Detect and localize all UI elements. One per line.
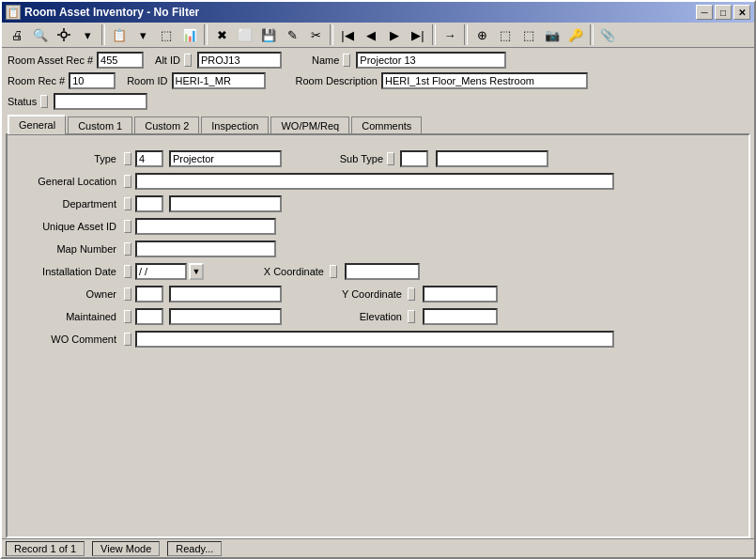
delete-button[interactable]: ✖ bbox=[210, 24, 233, 45]
room-id-input[interactable] bbox=[172, 72, 266, 89]
maximize-button[interactable]: □ bbox=[715, 5, 732, 20]
map-number-input[interactable] bbox=[135, 241, 276, 257]
general-location-text[interactable] bbox=[139, 176, 610, 187]
room-asset-rec-field[interactable] bbox=[100, 54, 142, 66]
dropdown2[interactable]: ▾ bbox=[131, 24, 154, 45]
alt-id-input[interactable] bbox=[197, 52, 282, 69]
key-button[interactable]: 🔑 bbox=[564, 24, 587, 45]
map-number-text[interactable] bbox=[139, 243, 272, 255]
nav-button[interactable]: → bbox=[439, 24, 461, 45]
last-button[interactable]: ▶| bbox=[407, 24, 429, 45]
unique-asset-indicator[interactable] bbox=[124, 220, 131, 233]
y-coord-input[interactable] bbox=[423, 286, 498, 303]
grid-button[interactable]: ⬚ bbox=[155, 24, 177, 45]
unique-asset-input[interactable] bbox=[135, 218, 276, 235]
name-field[interactable] bbox=[360, 54, 502, 66]
map-number-indicator[interactable] bbox=[124, 242, 131, 256]
elevation-indicator[interactable] bbox=[408, 310, 415, 323]
x-coord-indicator[interactable] bbox=[330, 265, 337, 278]
maintained-indicator[interactable] bbox=[124, 310, 131, 323]
status-input[interactable] bbox=[54, 93, 147, 110]
clear-button[interactable]: ⬜ bbox=[234, 24, 256, 45]
maintained-num-input[interactable] bbox=[135, 308, 163, 325]
owner-indicator[interactable] bbox=[124, 287, 131, 301]
subtype-num-field[interactable] bbox=[404, 153, 426, 164]
owner-text-field[interactable] bbox=[173, 288, 280, 300]
status-field[interactable] bbox=[57, 96, 146, 107]
room-asset-rec-input[interactable] bbox=[97, 52, 144, 69]
type-text-field[interactable] bbox=[173, 153, 280, 164]
subtype-indicator[interactable] bbox=[387, 152, 394, 165]
subtype-text-field[interactable] bbox=[440, 153, 547, 164]
elevation-input[interactable] bbox=[423, 308, 498, 325]
type-num-input[interactable] bbox=[135, 150, 163, 167]
owner-num-field[interactable] bbox=[139, 288, 162, 300]
maintained-text-input[interactable] bbox=[169, 308, 282, 325]
grid3-button[interactable]: ⬚ bbox=[517, 24, 540, 45]
general-location-indicator[interactable] bbox=[124, 175, 131, 188]
owner-num-input[interactable] bbox=[135, 286, 163, 303]
view-button[interactable]: 📋 bbox=[108, 24, 131, 45]
room-rec-field[interactable] bbox=[72, 75, 114, 86]
close-button[interactable]: ✕ bbox=[733, 5, 750, 20]
status-indicator[interactable] bbox=[40, 95, 48, 108]
filter-dropdown[interactable]: ▾ bbox=[76, 24, 99, 45]
tab-wo-pm-req[interactable]: WO/PM/Req bbox=[270, 116, 349, 134]
alt-id-field[interactable] bbox=[201, 54, 280, 66]
department-num-input[interactable] bbox=[135, 195, 163, 212]
install-date-text[interactable] bbox=[139, 266, 185, 277]
attach-button[interactable]: 📎 bbox=[596, 24, 619, 45]
prev-button[interactable]: ◀ bbox=[360, 24, 382, 45]
dept-num-field[interactable] bbox=[139, 198, 162, 210]
search-button[interactable]: 🔍 bbox=[29, 24, 52, 45]
elevation-text[interactable] bbox=[426, 311, 496, 322]
x-coord-input[interactable] bbox=[345, 263, 420, 280]
tools-button[interactable] bbox=[53, 24, 75, 45]
wo-comment-indicator[interactable] bbox=[124, 333, 131, 346]
owner-text-input[interactable] bbox=[169, 286, 282, 303]
alt-id-indicator[interactable] bbox=[184, 54, 192, 67]
tab-inspection[interactable]: Inspection bbox=[201, 116, 269, 134]
dept-text-field[interactable] bbox=[173, 198, 280, 210]
type-text-input[interactable] bbox=[169, 150, 282, 167]
name-indicator[interactable] bbox=[343, 54, 350, 67]
room-desc-field[interactable] bbox=[385, 75, 584, 86]
room-id-field[interactable] bbox=[176, 75, 264, 86]
edit-button[interactable]: ✎ bbox=[281, 24, 303, 45]
icon1-button[interactable]: ⊕ bbox=[471, 24, 493, 45]
first-button[interactable]: |◀ bbox=[336, 24, 359, 45]
next-button[interactable]: ▶ bbox=[383, 24, 406, 45]
report-button[interactable]: 📊 bbox=[178, 24, 201, 45]
wo-comment-input[interactable] bbox=[135, 331, 614, 348]
tab-general[interactable]: General bbox=[8, 115, 66, 134]
install-date-dropdown[interactable]: ▼ bbox=[189, 263, 204, 280]
wo-comment-text[interactable] bbox=[139, 334, 610, 345]
grid2-button[interactable]: ⬚ bbox=[494, 24, 517, 45]
y-coord-text[interactable] bbox=[426, 288, 496, 300]
photo-button[interactable]: 📷 bbox=[541, 24, 563, 45]
general-location-input[interactable] bbox=[135, 173, 614, 190]
subtype-text-input[interactable] bbox=[436, 150, 548, 167]
room-desc-input[interactable] bbox=[381, 72, 588, 89]
department-text-input[interactable] bbox=[169, 195, 282, 212]
minimize-button[interactable]: ─ bbox=[696, 5, 713, 20]
save-button[interactable]: 💾 bbox=[257, 24, 280, 45]
maintained-text-field[interactable] bbox=[173, 311, 280, 322]
tab-comments[interactable]: Comments bbox=[351, 116, 422, 134]
room-rec-input[interactable] bbox=[69, 72, 116, 89]
subtype-num-input[interactable] bbox=[400, 150, 428, 167]
y-coord-indicator[interactable] bbox=[408, 287, 415, 301]
type-num-field[interactable] bbox=[139, 153, 162, 164]
maintained-num-field[interactable] bbox=[139, 311, 162, 322]
tab-custom1[interactable]: Custom 1 bbox=[68, 116, 132, 134]
unique-asset-text[interactable] bbox=[139, 221, 272, 232]
cut-button[interactable]: ✂ bbox=[304, 24, 327, 45]
tab-custom2[interactable]: Custom 2 bbox=[134, 116, 199, 134]
department-indicator[interactable] bbox=[124, 197, 131, 210]
x-coord-text[interactable] bbox=[348, 266, 418, 277]
install-date-indicator[interactable] bbox=[124, 265, 131, 278]
install-date-input[interactable] bbox=[135, 263, 187, 280]
name-input[interactable] bbox=[356, 52, 506, 69]
type-indicator[interactable] bbox=[124, 152, 131, 165]
print-button[interactable]: 🖨 bbox=[6, 24, 28, 45]
